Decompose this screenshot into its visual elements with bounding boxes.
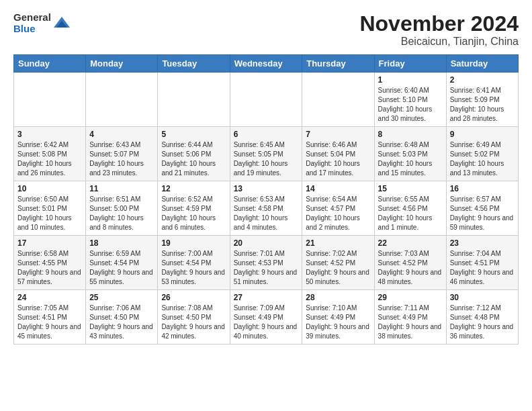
day-number: 13 xyxy=(234,184,299,193)
day-info: Sunrise: 7:04 AM Sunset: 4:51 PM Dayligh… xyxy=(450,249,515,287)
day-number: 17 xyxy=(17,238,82,248)
calendar-cell: 27Sunrise: 7:09 AM Sunset: 4:49 PM Dayli… xyxy=(230,290,302,345)
day-number: 21 xyxy=(306,238,370,248)
calendar-cell: 18Sunrise: 6:59 AM Sunset: 4:54 PM Dayli… xyxy=(86,236,158,290)
calendar-cell: 22Sunrise: 7:03 AM Sunset: 4:52 PM Dayli… xyxy=(374,236,446,290)
day-info: Sunrise: 7:11 AM Sunset: 4:49 PM Dayligh… xyxy=(378,304,443,341)
day-number: 26 xyxy=(161,293,226,302)
calendar-title: November 2024 xyxy=(359,12,519,36)
calendar-body: 1Sunrise: 6:40 AM Sunset: 5:10 PM Daylig… xyxy=(14,73,519,345)
weekday-header-tuesday: Tuesday xyxy=(158,55,230,73)
day-info: Sunrise: 6:54 AM Sunset: 4:57 PM Dayligh… xyxy=(306,195,370,232)
logo-text: General Blue xyxy=(13,12,51,34)
calendar-cell: 6Sunrise: 6:45 AM Sunset: 5:05 PM Daylig… xyxy=(230,127,302,181)
calendar-cell: 5Sunrise: 6:44 AM Sunset: 5:06 PM Daylig… xyxy=(158,127,230,181)
calendar-cell: 25Sunrise: 7:06 AM Sunset: 4:50 PM Dayli… xyxy=(86,290,158,345)
day-number: 1 xyxy=(378,75,443,85)
day-number: 16 xyxy=(450,184,515,193)
day-info: Sunrise: 7:05 AM Sunset: 4:51 PM Dayligh… xyxy=(17,304,82,341)
day-info: Sunrise: 6:53 AM Sunset: 4:58 PM Dayligh… xyxy=(234,195,299,232)
day-number: 24 xyxy=(17,293,82,302)
day-number: 9 xyxy=(450,130,515,139)
calendar-cell: 13Sunrise: 6:53 AM Sunset: 4:58 PM Dayli… xyxy=(230,181,302,236)
day-info: Sunrise: 7:12 AM Sunset: 4:48 PM Dayligh… xyxy=(450,304,515,341)
calendar-cell xyxy=(14,73,86,127)
day-number: 14 xyxy=(306,184,370,193)
day-info: Sunrise: 6:44 AM Sunset: 5:06 PM Dayligh… xyxy=(161,140,226,178)
day-info: Sunrise: 6:59 AM Sunset: 4:54 PM Dayligh… xyxy=(89,249,154,287)
calendar-cell: 7Sunrise: 6:46 AM Sunset: 5:04 PM Daylig… xyxy=(302,127,374,181)
title-block: November 2024 Beicaicun, Tianjin, China xyxy=(359,12,519,48)
calendar-cell: 17Sunrise: 6:58 AM Sunset: 4:55 PM Dayli… xyxy=(14,236,86,290)
header: General Blue November 2024 Beicaicun, Ti… xyxy=(13,12,519,48)
weekday-header-row: SundayMondayTuesdayWednesdayThursdayFrid… xyxy=(14,55,519,73)
day-number: 5 xyxy=(161,130,226,139)
calendar-cell: 30Sunrise: 7:12 AM Sunset: 4:48 PM Dayli… xyxy=(446,290,518,345)
day-number: 12 xyxy=(161,184,226,193)
day-number: 11 xyxy=(89,184,154,193)
calendar-cell: 2Sunrise: 6:41 AM Sunset: 5:09 PM Daylig… xyxy=(446,73,518,127)
day-info: Sunrise: 6:45 AM Sunset: 5:05 PM Dayligh… xyxy=(234,140,299,178)
logo: General Blue xyxy=(13,12,71,34)
day-number: 2 xyxy=(450,75,515,85)
calendar-week-row: 1Sunrise: 6:40 AM Sunset: 5:10 PM Daylig… xyxy=(14,73,519,127)
calendar-week-row: 3Sunrise: 6:42 AM Sunset: 5:08 PM Daylig… xyxy=(14,127,519,181)
calendar-cell: 10Sunrise: 6:50 AM Sunset: 5:01 PM Dayli… xyxy=(14,181,86,236)
calendar-cell: 19Sunrise: 7:00 AM Sunset: 4:54 PM Dayli… xyxy=(158,236,230,290)
calendar-cell: 20Sunrise: 7:01 AM Sunset: 4:53 PM Dayli… xyxy=(230,236,302,290)
calendar-cell: 24Sunrise: 7:05 AM Sunset: 4:51 PM Dayli… xyxy=(14,290,86,345)
calendar-week-row: 10Sunrise: 6:50 AM Sunset: 5:01 PM Dayli… xyxy=(14,181,519,236)
calendar-week-row: 24Sunrise: 7:05 AM Sunset: 4:51 PM Dayli… xyxy=(14,290,519,345)
calendar-cell xyxy=(230,73,302,127)
logo-blue: Blue xyxy=(13,23,36,34)
day-info: Sunrise: 6:41 AM Sunset: 5:09 PM Dayligh… xyxy=(450,86,515,124)
day-info: Sunrise: 7:03 AM Sunset: 4:52 PM Dayligh… xyxy=(378,249,443,287)
day-info: Sunrise: 6:55 AM Sunset: 4:56 PM Dayligh… xyxy=(378,195,443,232)
calendar-cell xyxy=(302,73,374,127)
calendar-cell: 26Sunrise: 7:08 AM Sunset: 4:50 PM Dayli… xyxy=(158,290,230,345)
day-info: Sunrise: 6:40 AM Sunset: 5:10 PM Dayligh… xyxy=(378,86,443,124)
calendar-cell: 12Sunrise: 6:52 AM Sunset: 4:59 PM Dayli… xyxy=(158,181,230,236)
weekday-header-monday: Monday xyxy=(86,55,158,73)
day-info: Sunrise: 6:43 AM Sunset: 5:07 PM Dayligh… xyxy=(89,140,154,178)
weekday-header-sunday: Sunday xyxy=(14,55,86,73)
weekday-header-thursday: Thursday xyxy=(302,55,374,73)
day-number: 4 xyxy=(89,130,154,139)
calendar-cell: 8Sunrise: 6:48 AM Sunset: 5:03 PM Daylig… xyxy=(374,127,446,181)
calendar-cell: 28Sunrise: 7:10 AM Sunset: 4:49 PM Dayli… xyxy=(302,290,374,345)
calendar-cell: 9Sunrise: 6:49 AM Sunset: 5:02 PM Daylig… xyxy=(446,127,518,181)
day-info: Sunrise: 6:51 AM Sunset: 5:00 PM Dayligh… xyxy=(89,195,154,232)
day-number: 6 xyxy=(234,130,299,139)
day-number: 27 xyxy=(234,293,299,302)
day-number: 8 xyxy=(378,130,443,139)
day-info: Sunrise: 7:00 AM Sunset: 4:54 PM Dayligh… xyxy=(161,249,226,287)
page: General Blue November 2024 Beicaicun, Ti… xyxy=(0,0,532,353)
day-info: Sunrise: 6:52 AM Sunset: 4:59 PM Dayligh… xyxy=(161,195,226,232)
day-info: Sunrise: 6:58 AM Sunset: 4:55 PM Dayligh… xyxy=(17,249,82,287)
day-number: 30 xyxy=(450,293,515,302)
calendar-cell xyxy=(158,73,230,127)
calendar-cell: 3Sunrise: 6:42 AM Sunset: 5:08 PM Daylig… xyxy=(14,127,86,181)
calendar-header: SundayMondayTuesdayWednesdayThursdayFrid… xyxy=(14,55,519,73)
day-info: Sunrise: 6:49 AM Sunset: 5:02 PM Dayligh… xyxy=(450,140,515,178)
calendar-cell: 29Sunrise: 7:11 AM Sunset: 4:49 PM Dayli… xyxy=(374,290,446,345)
day-number: 7 xyxy=(306,130,370,139)
day-number: 19 xyxy=(161,238,226,248)
day-number: 23 xyxy=(450,238,515,248)
calendar-week-row: 17Sunrise: 6:58 AM Sunset: 4:55 PM Dayli… xyxy=(14,236,519,290)
day-number: 3 xyxy=(17,130,82,139)
logo-general: General xyxy=(13,11,51,23)
day-info: Sunrise: 7:10 AM Sunset: 4:49 PM Dayligh… xyxy=(306,304,370,341)
day-number: 28 xyxy=(306,293,370,302)
calendar-table: SundayMondayTuesdayWednesdayThursdayFrid… xyxy=(13,54,519,345)
day-info: Sunrise: 6:57 AM Sunset: 4:56 PM Dayligh… xyxy=(450,195,515,232)
day-number: 18 xyxy=(89,238,154,248)
day-info: Sunrise: 6:46 AM Sunset: 5:04 PM Dayligh… xyxy=(306,140,370,178)
day-number: 25 xyxy=(89,293,154,302)
day-info: Sunrise: 7:02 AM Sunset: 4:52 PM Dayligh… xyxy=(306,249,370,287)
day-number: 10 xyxy=(17,184,82,193)
weekday-header-wednesday: Wednesday xyxy=(230,55,302,73)
calendar-cell: 11Sunrise: 6:51 AM Sunset: 5:00 PM Dayli… xyxy=(86,181,158,236)
day-info: Sunrise: 6:48 AM Sunset: 5:03 PM Dayligh… xyxy=(378,140,443,178)
day-info: Sunrise: 7:06 AM Sunset: 4:50 PM Dayligh… xyxy=(89,304,154,341)
